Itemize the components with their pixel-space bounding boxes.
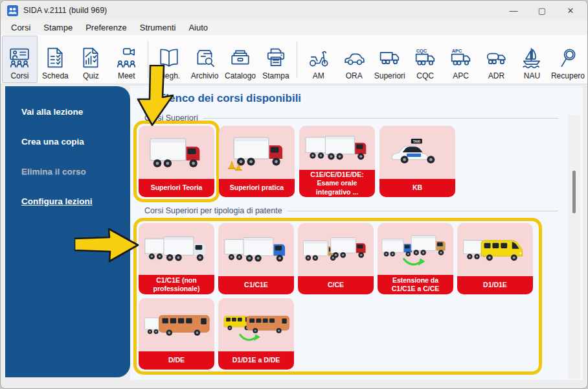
toolbar-label: ADR — [488, 71, 504, 80]
toolbar-am-button[interactable]: AM — [300, 36, 336, 83]
vertical-scrollbar[interactable] — [568, 115, 580, 379]
menu-stampe[interactable]: Stampe — [37, 21, 79, 34]
legend-line — [203, 118, 558, 119]
toolbar-label: APC — [453, 71, 469, 80]
highlight-border-selected-card: Superiori Teoria — [133, 121, 220, 202]
car-icon — [343, 47, 365, 71]
course-card-label: Superiori Teoria — [139, 179, 214, 197]
classroom-presentation-icon — [8, 47, 30, 71]
toolbar-recupero-button[interactable]: Recupero — [550, 36, 586, 83]
card-catalog-icon — [229, 47, 251, 71]
toolbar-adr-button[interactable]: ADR — [479, 36, 514, 83]
course-card-estensione-c1-c1e-a-c-ce[interactable]: Estensione da C1/C1E a C/CE — [378, 223, 453, 294]
toolbar-ora-button[interactable]: ORA — [336, 36, 372, 83]
sidebar-item-configura-lezioni[interactable]: Configura lezioni — [5, 186, 130, 216]
course-card-superiori-pratica[interactable]: Superiori pratica — [219, 126, 295, 197]
toolbar-quiz-button[interactable]: Quiz — [73, 36, 109, 83]
course-card-d1-d1e[interactable]: D1/D1E — [457, 223, 533, 294]
course-card-label: D1/D1E — [457, 276, 533, 294]
course-card-label: Superiori pratica — [219, 179, 295, 197]
course-card-d1-d1e-a-d-de[interactable]: D1/D1E a D/DE — [218, 298, 294, 370]
truck-apc-icon: APC — [450, 47, 472, 71]
section-corsi-superiori-cards: Superiori Teoria Superiori pratica C1E/C… — [139, 126, 583, 197]
menu-strumenti[interactable]: Strumenti — [133, 21, 183, 34]
truck-cqc-icon: CQC — [414, 47, 436, 71]
red-box-truck-image — [139, 126, 214, 179]
toolbar: Corsi Scheda Quiz Meet Piegh. — [1, 35, 587, 84]
printer-icon — [265, 47, 287, 71]
legend-line — [288, 211, 558, 211]
section-tipologia-patente-legend: Corsi Superiori per tipologia di patente — [144, 206, 558, 215]
tan-and-red-trucks-image — [298, 223, 374, 276]
sidebar: Vai alla lezione Crea una copia Elimina … — [5, 86, 130, 377]
white-taxi-car-image — [379, 126, 455, 179]
menu-corsi[interactable]: Corsi — [5, 21, 37, 34]
course-card-c1-c1e[interactable]: C1/C1E — [218, 223, 294, 294]
yellow-minibus-to-orange-bus-green-arrow-image — [218, 298, 294, 351]
open-book-icon — [158, 47, 180, 71]
toolbar-label: Stampa — [262, 71, 289, 80]
scrollbar-thumb[interactable] — [572, 171, 576, 213]
course-card-label: C1/C1E — [218, 276, 294, 294]
sidebar-item-elimina-il-corso: Elimina il corso — [5, 156, 130, 186]
course-card-kb[interactable]: KB — [379, 126, 455, 197]
course-card-label: KB — [379, 179, 455, 197]
minimize-button[interactable]: — — [499, 1, 528, 20]
toolbar-label: Catalogo — [225, 71, 256, 80]
video-meeting-icon — [115, 47, 137, 71]
toolbar-label: Meet — [118, 71, 135, 80]
course-card-c-ce[interactable]: C/CE — [298, 223, 374, 294]
highlight-border-course-group: C1/C1E (non professionale) C1/C1E C/CE — [133, 218, 542, 375]
red-truck-with-trailer-image — [299, 126, 375, 170]
sidebar-item-crea-una-copia[interactable]: Crea una copia — [5, 126, 130, 156]
menu-preferenze[interactable]: Preferenze — [79, 21, 133, 34]
quiz-chart-document-icon — [80, 47, 102, 71]
menu-aiuto[interactable]: Aiuto — [182, 21, 214, 34]
toolbar-meet-button[interactable]: Meet — [109, 36, 144, 83]
blue-truck-with-trailer-image — [218, 223, 294, 276]
toolbar-label: AM — [313, 71, 324, 80]
app-window: SIDA v.2111 (build 969) — ▢ ✕ Corsi Stam… — [0, 0, 588, 389]
app-icon — [7, 5, 18, 16]
window-title: SIDA v.2111 (build 969) — [23, 6, 107, 15]
close-button[interactable]: ✕ — [556, 1, 585, 20]
course-card-superiori-teoria[interactable]: Superiori Teoria — [139, 126, 214, 197]
toolbar-nau-button[interactable]: NAU — [514, 36, 550, 83]
checklist-document-icon — [44, 47, 66, 71]
menu-bar: Corsi Stampe Preferenze Strumenti Aiuto — [1, 20, 587, 35]
toolbar-apc-button[interactable]: APC APC — [443, 36, 479, 83]
course-card-label: Estensione da C1/C1E a C/CE — [378, 275, 453, 294]
svg-text:CQC: CQC — [416, 48, 427, 54]
toolbar-label: Recupero — [551, 71, 585, 80]
svg-text:APC: APC — [451, 48, 462, 54]
toolbar-label: Corsi — [10, 71, 28, 80]
magnifier-icon — [557, 47, 579, 71]
course-card-label: C1/C1E (non professionale) — [139, 275, 214, 294]
toolbar-label: Superiori — [374, 71, 405, 80]
sailboat-icon — [521, 47, 543, 71]
toolbar-scheda-button[interactable]: Scheda — [38, 36, 73, 83]
toolbar-label: Piegh. — [158, 71, 180, 80]
toolbar-catalogo-button[interactable]: Catalogo — [223, 36, 258, 83]
maximize-button[interactable]: ▢ — [528, 1, 556, 20]
tanker-truck-icon — [486, 47, 508, 71]
white-truck-with-trailer-image — [139, 223, 214, 275]
course-card-label: D1/D1E a D/DE — [218, 351, 294, 370]
toolbar-label: CQC — [416, 71, 434, 80]
course-card-c1e-ce-d1e-de-esame[interactable]: C1E/CE/D1E/DE: Esame orale integrativo .… — [299, 126, 375, 197]
toolbar-archivio-button[interactable]: Archivio — [187, 36, 223, 83]
course-card-label: C1E/CE/D1E/DE: Esame orale integrativo .… — [299, 170, 375, 197]
toolbar-superiori-button[interactable]: Superiori — [372, 36, 407, 83]
course-card-c1-c1e-non-professionale[interactable]: C1/C1E (non professionale) — [139, 223, 214, 294]
toolbar-piegh-button[interactable]: Piegh. — [152, 36, 187, 83]
box-truck-icon — [379, 47, 401, 71]
toolbar-cqc-button[interactable]: CQC CQC — [407, 36, 443, 83]
toolbar-stampa-button[interactable]: Stampa — [258, 36, 294, 83]
course-card-label: C/CE — [298, 276, 374, 294]
archive-search-icon — [194, 47, 216, 71]
toolbar-corsi-button[interactable]: Corsi — [2, 36, 38, 83]
toolbar-label: NAU — [524, 71, 540, 80]
course-card-d-de[interactable]: D/DE — [139, 298, 214, 370]
sidebar-item-vai-alla-lezione[interactable]: Vai alla lezione — [5, 97, 130, 126]
main-content: Elenco dei corsi disponibili Corsi Super… — [130, 86, 583, 380]
